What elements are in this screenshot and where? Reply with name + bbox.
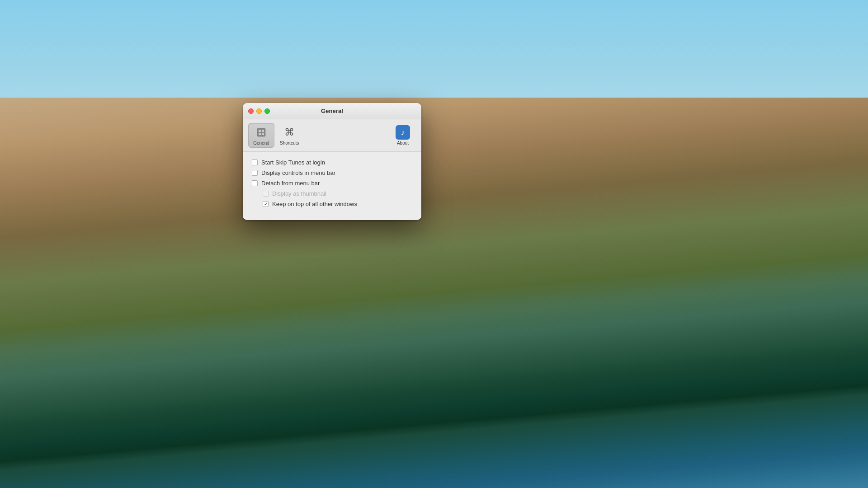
about-icon: ♪ (396, 125, 410, 140)
desktop-background (0, 0, 868, 488)
label-thumbnail: Display as thumbnail (272, 190, 326, 197)
label-display-controls: Display controls in menu bar (261, 169, 335, 176)
svg-rect-0 (257, 128, 265, 136)
close-button[interactable] (248, 108, 254, 114)
traffic-lights (248, 108, 270, 114)
tab-shortcuts[interactable]: ⌘ Shortcuts (276, 123, 302, 147)
content-area: Start Skip Tunes at login Display contro… (243, 152, 421, 220)
checkbox-row-start-login: Start Skip Tunes at login (252, 159, 412, 166)
checkbox-row-thumbnail: Display as thumbnail (263, 190, 412, 197)
checkbox-thumbnail[interactable] (263, 191, 269, 197)
title-bar: General (243, 103, 421, 119)
tab-general-label: General (253, 141, 269, 145)
window-title: General (321, 108, 343, 114)
label-detach: Detach from menu bar (261, 180, 320, 187)
checkbox-keep-on-top[interactable] (263, 201, 269, 207)
tab-general[interactable]: General (248, 123, 274, 148)
label-keep-on-top: Keep on top of all other windows (272, 201, 357, 207)
preferences-window: General General ⌘ Shortcuts ♪ (243, 103, 421, 220)
maximize-button[interactable] (264, 108, 270, 114)
svg-rect-1 (259, 130, 261, 132)
tab-about-label: About (397, 141, 409, 145)
svg-rect-3 (259, 133, 261, 135)
tab-about[interactable]: ♪ About (390, 123, 416, 147)
checkbox-row-display-controls: Display controls in menu bar (252, 169, 412, 176)
toolbar: General ⌘ Shortcuts ♪ About (243, 119, 421, 152)
minimize-button[interactable] (256, 108, 262, 114)
checkbox-detach[interactable] (252, 180, 258, 186)
general-icon (254, 125, 269, 140)
tab-shortcuts-label: Shortcuts (280, 141, 299, 145)
svg-rect-2 (262, 130, 264, 132)
checkbox-display-controls[interactable] (252, 170, 258, 176)
checkbox-row-detach: Detach from menu bar (252, 180, 412, 187)
shortcuts-icon: ⌘ (282, 125, 297, 140)
svg-rect-4 (262, 133, 264, 135)
mountain-layer (0, 98, 868, 488)
checkbox-row-keep-on-top: Keep on top of all other windows (263, 201, 412, 207)
checkbox-start-login[interactable] (252, 160, 258, 165)
label-start-login: Start Skip Tunes at login (261, 159, 325, 166)
